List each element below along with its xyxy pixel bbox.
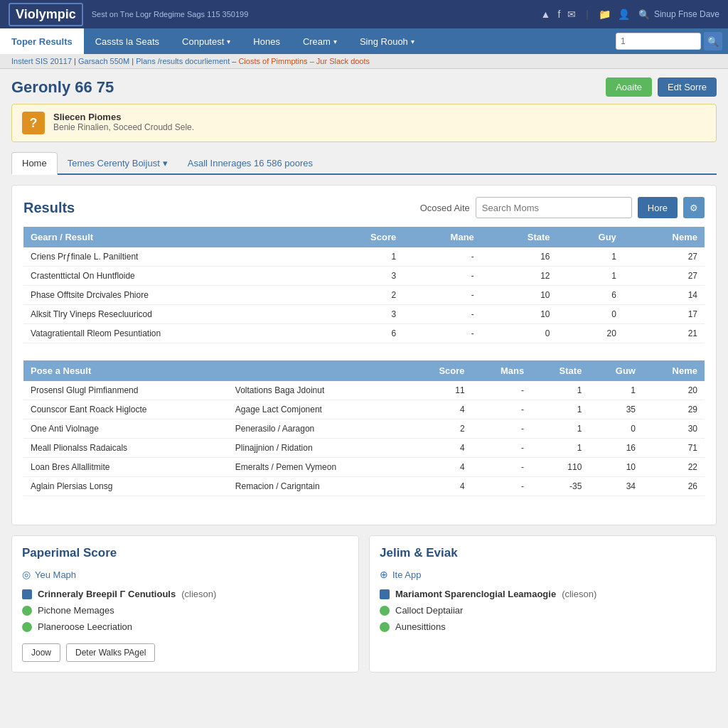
filter-icon-button[interactable]: ⚙	[683, 197, 705, 218]
panel-left-buttons: Joow Deter Walks PAgel	[22, 643, 348, 662]
panel-left-items: Crinneraly Breepil Γ Cenutiouls (clieson…	[22, 586, 348, 635]
notice-icon: ?	[22, 112, 45, 134]
breadcrumb-link-3[interactable]: Plans /results docurliement	[136, 57, 230, 65]
table2-cell-state: 1	[531, 381, 589, 400]
table2-header-row: Pose a Nesult Score Mans State Guw Neme	[23, 360, 705, 381]
header: Violympic Sest on Tne Logr Rdegime Sags …	[0, 0, 728, 28]
available-button[interactable]: Aoaite	[606, 77, 652, 97]
table1-cell-score: 3	[321, 305, 404, 324]
table1-cell-state: 10	[481, 305, 557, 324]
table2-cell-state: 1	[531, 419, 589, 439]
nav-item-conputest[interactable]: Conputest ▾	[171, 28, 242, 54]
checkbox-blue-icon	[380, 589, 390, 599]
notice-box: ? Sliecen Piomes Benie Rinalien, Soceed …	[11, 104, 717, 142]
panel-right-title: Jelim & Eviak	[380, 546, 706, 560]
up-icon[interactable]: ▲	[541, 9, 551, 20]
nav-item-hones[interactable]: Hones	[242, 28, 291, 54]
table2-col-score: Score	[409, 360, 471, 381]
table1-header-row: Gearn / Result Score Mane State Guy Neme	[23, 227, 705, 247]
table1-col-guy: Guy	[557, 227, 623, 247]
nav-item-cassts[interactable]: Cassts la Seats	[84, 28, 171, 54]
table2-cell-score: 4	[409, 400, 471, 419]
table2-cell-neme: 30	[643, 419, 705, 439]
table2-cell-mans: -	[472, 419, 532, 439]
breadcrumb-link-1[interactable]: Instert SIS 20117	[11, 57, 72, 65]
table1-wrapper: Gearn / Result Score Mane State Guy Neme…	[23, 227, 705, 350]
table1-cell-mane: -	[403, 324, 481, 343]
edit-button[interactable]: Edt Sorre	[658, 77, 717, 97]
list-item: Mariamont Sparenclogial Leamaogie (clies…	[380, 586, 706, 602]
results-header: Results Ocosed Aite Hore ⚙	[23, 197, 705, 218]
nav-item-sing[interactable]: Sing Rouoh ▾	[348, 28, 426, 54]
panel-left: Paperimal Score ◎ Yeu Maph Crinneraly Br…	[11, 535, 359, 673]
table2-col-mans: Mans	[472, 360, 532, 381]
table1-col-state: State	[481, 227, 557, 247]
tab-asall[interactable]: Asall Innerages 16 586 poores	[178, 153, 323, 173]
nav-search-input[interactable]	[616, 33, 701, 50]
checkbox-blue-icon	[22, 589, 32, 599]
table1-cell-state: 10	[481, 286, 557, 305]
nav-item-toper-results[interactable]: Toper Results	[0, 28, 84, 54]
search-moms-input[interactable]	[476, 197, 632, 218]
breadcrumb-link-2[interactable]: Garsach 550M	[78, 57, 129, 65]
table2-cell-mans: -	[472, 458, 532, 477]
table2-cell-mans: -	[472, 381, 532, 400]
table2: Pose a Nesult Score Mans State Guw Neme …	[23, 360, 705, 496]
tab-temes[interactable]: Temes Cerenty Boijust ▾	[58, 153, 178, 173]
results-title: Results	[23, 200, 75, 216]
sing-arrow: ▾	[411, 38, 414, 46]
table1-col-mane: Mane	[403, 227, 481, 247]
table2-cell-guw: 1	[589, 381, 643, 400]
page-title-area: Geronly 66 75 Aoaite Edt Sorre	[11, 77, 717, 97]
table2-cell-col2: Plinajjnion / Ridation	[228, 439, 410, 458]
facebook-icon[interactable]: f	[557, 9, 560, 20]
table2-cell-col2: Remacion / Carigntain	[228, 477, 410, 496]
table2-col-neme: Neme	[643, 360, 705, 381]
table-row: Counscor Eant Roack Higlocte Agage Lact …	[23, 400, 705, 419]
nav-item-cream[interactable]: Cream ▾	[291, 28, 348, 54]
table-row: Meall Plionalss Radaicals Plinajjnion / …	[23, 439, 705, 458]
table2-col-col2	[228, 360, 410, 381]
tab-home[interactable]: Home	[11, 152, 58, 175]
table2-cell-col1: Meall Plionalss Radaicals	[23, 439, 228, 458]
table2-cell-guw: 34	[589, 477, 643, 496]
header-tagline: Sest on Tne Logr Rdegime Sags 115 350199	[92, 10, 532, 18]
nav-search-button[interactable]: 🔍	[704, 32, 722, 50]
table2-cell-guw: 10	[589, 458, 643, 477]
header-search-area: 🔍 Sinup Fnse Dave	[638, 9, 719, 20]
table2-cell-guw: 35	[589, 400, 643, 419]
table1-cell-state: 0	[481, 324, 557, 343]
panel-left-btn2[interactable]: Deter Walks PAgel	[66, 643, 155, 662]
main-card: Results Ocosed Aite Hore ⚙ Gearn / Resul…	[11, 185, 717, 525]
table-row: Prosensl Glugl Pimfianmend Voltations Ba…	[23, 381, 705, 400]
mail-icon[interactable]: ✉	[567, 9, 576, 20]
cream-arrow: ▾	[333, 38, 337, 46]
list-item-text: Crinneraly Breepil Γ Cenutiouls	[38, 589, 176, 599]
table2-cell-state: 1	[531, 400, 589, 419]
table1-cell-neme: 27	[623, 267, 705, 286]
list-item-text: Planeroose Leecriation	[38, 621, 132, 632]
table-row: Aglain Plersias Lonsg Remacion / Carignt…	[23, 477, 705, 496]
table2-cell-col1: Loan Bres Allallitmite	[23, 458, 228, 477]
checkbox-check-icon	[22, 622, 32, 632]
table2-cell-col2: Emeralts / Pemen Vymeon	[228, 458, 410, 477]
panel-left-btn1[interactable]: Joow	[22, 643, 60, 662]
table1-col-neme: Neme	[623, 227, 705, 247]
table1-cell-game: Criens Prƒfinale L. Paniltient	[23, 247, 321, 267]
breadcrumb: Instert SIS 20117 | Garsach 550M | Plans…	[0, 54, 728, 69]
filter-button[interactable]: Hore	[638, 197, 678, 218]
table1-cell-score: 2	[321, 286, 404, 305]
folder-icon[interactable]: 📁	[599, 9, 611, 20]
header-icons: ▲ f ✉ | 📁 👤	[541, 9, 630, 20]
table1-col-score: Score	[321, 227, 404, 247]
search-icon[interactable]: 🔍	[638, 9, 650, 20]
table2-cell-score: 11	[409, 381, 471, 400]
panel-right-section-header: ⊕ Ite App	[380, 569, 706, 580]
table2-cell-col2: Voltations Baga Jdoinut	[228, 381, 410, 400]
table1-cell-game: Phase Offtsite Drcivales Phiore	[23, 286, 321, 305]
table2-cell-score: 2	[409, 419, 471, 439]
table2-cell-neme: 29	[643, 400, 705, 419]
table1-cell-neme: 14	[623, 286, 705, 305]
signup-link[interactable]: Sinup Fnse Dave	[654, 9, 719, 19]
user-icon[interactable]: 👤	[618, 9, 630, 20]
